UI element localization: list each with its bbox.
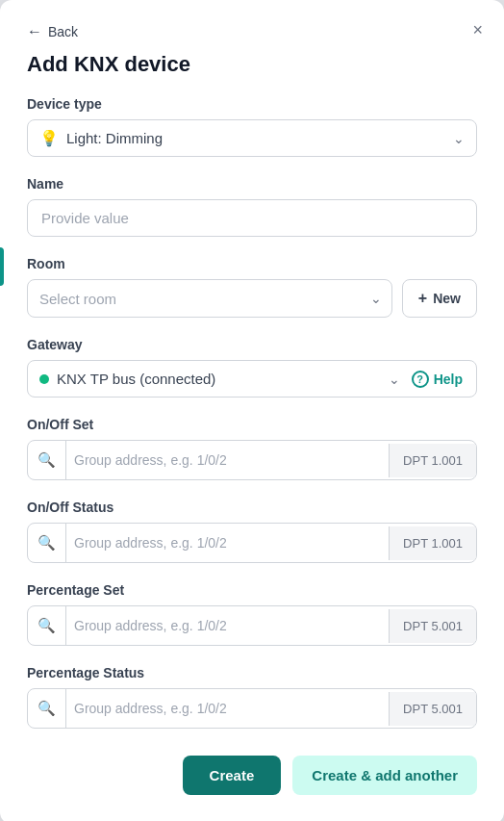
percentage-set-input[interactable] bbox=[66, 608, 389, 643]
device-type-label: Device type bbox=[27, 96, 477, 112]
on-off-set-label: On/Off Set bbox=[27, 417, 477, 432]
gateway-label: Gateway bbox=[27, 337, 477, 352]
room-select[interactable]: Select room bbox=[28, 281, 370, 317]
search-icon-percentage-set: 🔍 bbox=[28, 606, 66, 645]
footer: Create Create & add another bbox=[0, 729, 504, 795]
add-knx-device-modal: × ← Back Add KNX device Device type 💡 Li… bbox=[0, 0, 504, 821]
gateway-chevron-icon: ⌄ bbox=[389, 372, 412, 387]
gateway-wrapper: KNX TP bus (connected) ⌄ ? Help bbox=[27, 360, 477, 398]
percentage-set-label: Percentage Set bbox=[27, 582, 477, 598]
plus-icon: + bbox=[418, 290, 427, 307]
lightbulb-icon: 💡 bbox=[28, 129, 59, 147]
new-room-label: New bbox=[433, 291, 461, 306]
percentage-status-label: Percentage Status bbox=[27, 665, 477, 680]
device-type-select-wrapper: 💡 Light: Dimming ⌄ bbox=[27, 119, 477, 157]
name-input[interactable] bbox=[27, 199, 477, 237]
on-off-set-row: 🔍 DPT 1.001 bbox=[27, 440, 477, 480]
page-title: Add KNX device bbox=[0, 40, 504, 77]
create-add-another-button[interactable]: Create & add another bbox=[292, 756, 477, 795]
on-off-status-row: 🔍 DPT 1.001 bbox=[27, 523, 477, 563]
create-button[interactable]: Create bbox=[183, 756, 282, 795]
percentage-set-dpt-badge: DPT 5.001 bbox=[389, 609, 476, 643]
chevron-down-icon: ⌄ bbox=[453, 131, 476, 146]
gateway-status-dot bbox=[39, 374, 49, 384]
on-off-status-label: On/Off Status bbox=[27, 500, 477, 515]
help-label: Help bbox=[434, 372, 463, 387]
device-type-select[interactable]: Light: Dimming bbox=[59, 120, 453, 156]
percentage-status-row: 🔍 DPT 5.001 bbox=[27, 688, 477, 729]
on-off-status-dpt-badge: DPT 1.001 bbox=[389, 526, 476, 560]
percentage-set-row: 🔍 DPT 5.001 bbox=[27, 605, 477, 646]
help-circle-icon: ? bbox=[412, 371, 429, 388]
name-label: Name bbox=[27, 176, 477, 192]
gateway-select[interactable]: KNX TP bus (connected) bbox=[49, 361, 389, 397]
back-label: Back bbox=[48, 24, 78, 39]
back-button[interactable]: ← Back bbox=[0, 0, 105, 40]
percentage-status-dpt-badge: DPT 5.001 bbox=[389, 692, 476, 726]
on-off-status-input[interactable] bbox=[66, 526, 389, 560]
close-button[interactable]: × bbox=[468, 17, 487, 42]
search-icon-percentage-status: 🔍 bbox=[28, 689, 66, 728]
form-body: Device type 💡 Light: Dimming ⌄ Name Room… bbox=[0, 96, 504, 729]
new-room-button[interactable]: + New bbox=[402, 279, 477, 318]
search-icon-on-off-status: 🔍 bbox=[28, 524, 66, 562]
room-label: Room bbox=[27, 256, 477, 271]
room-row: Select room ⌄ + New bbox=[27, 279, 477, 318]
back-arrow-icon: ← bbox=[27, 23, 42, 40]
room-select-wrapper: Select room ⌄ bbox=[27, 279, 392, 318]
on-off-set-dpt-badge: DPT 1.001 bbox=[389, 444, 476, 477]
percentage-status-input[interactable] bbox=[66, 691, 389, 726]
room-chevron-icon: ⌄ bbox=[370, 291, 391, 306]
left-accent bbox=[0, 247, 4, 286]
on-off-set-input[interactable] bbox=[66, 443, 389, 477]
help-button[interactable]: ? Help bbox=[412, 371, 476, 388]
search-icon-on-off-set: 🔍 bbox=[28, 441, 66, 479]
